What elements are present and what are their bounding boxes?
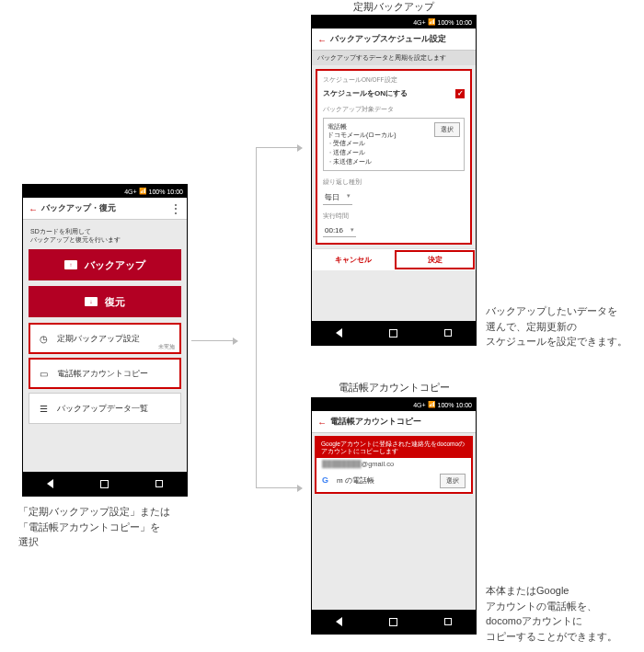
google-account-row[interactable]: G m の電話帳 選択	[316, 470, 471, 492]
nav-recent-icon[interactable]	[444, 618, 452, 625]
cancel-button[interactable]: キャンセル	[312, 249, 394, 270]
nav-home-icon[interactable]	[389, 329, 397, 337]
sd-description: SDカードを利用してバックアップと復元を行います	[30, 227, 181, 244]
wifi-icon: 📶	[139, 188, 147, 195]
appbar: ← バックアップ・復元 ⋮	[23, 198, 187, 220]
repeat-label: 繰り返し種別	[323, 178, 465, 187]
clock-icon: ◷	[37, 332, 50, 345]
copy-caption: 本体またはGoogle アカウントの電話帳を、 docomoアカウントに コピー…	[486, 583, 617, 644]
phone-main: 4G+ 📶 100% 10:00 ← バックアップ・復元 ⋮ SDカードを利用し…	[22, 184, 188, 497]
onoff-label: スケジュールON/OFF設定	[323, 76, 465, 85]
arrow-out	[191, 340, 237, 341]
sched-heading: 定期バックアップ	[311, 0, 477, 14]
statusbar: 4G+ 📶 100% 10:00	[23, 185, 187, 198]
statusbar: 4G+📶 100%10:00	[312, 398, 476, 411]
data-sent: 送信メール	[328, 148, 397, 157]
more-icon[interactable]: ⋮	[170, 202, 181, 215]
contacts-icon: ▭	[37, 367, 50, 380]
back-icon[interactable]: ←	[29, 204, 38, 213]
nav-home-icon[interactable]	[389, 618, 397, 626]
schedule-form: スケジュールON/OFF設定 スケジュールをONにする ✓ バックアップ対象デー…	[316, 69, 472, 245]
data-phonebook: 電話帳	[328, 122, 397, 131]
appbar: ← バックアップスケジュール設定	[312, 29, 476, 51]
target-data-box: 電話帳 ドコモメール(ローカル) 受信メール 送信メール 未送信メール 選択	[323, 118, 465, 171]
vline	[256, 147, 257, 487]
nav-back-icon[interactable]	[336, 328, 342, 337]
dialog-buttons: キャンセル 決定	[312, 248, 476, 270]
scheduled-backup-option[interactable]: ◷ 定期バックアップ設定 未実施	[29, 323, 181, 354]
account-highlight-box: Googleアカウントに登録された連絡先をdocomoのアカウントにコピーします…	[315, 436, 473, 494]
contact-copy-option[interactable]: ▭ 電話帳アカウントコピー	[29, 358, 181, 389]
back-icon[interactable]: ←	[317, 418, 327, 427]
data-docomo-mail: ドコモメール(ローカル)	[328, 131, 397, 139]
page-title: 電話帳アカウントコピー	[330, 416, 470, 428]
backup-data-list-option[interactable]: ☰ バックアップデータ一覧	[29, 393, 181, 424]
repeat-dropdown[interactable]: 毎日	[323, 190, 352, 205]
info-text: バックアップするデータと周期を設定します	[312, 51, 476, 65]
backup-button[interactable]: ↑ バックアップ	[29, 249, 181, 280]
restore-button[interactable]: ↓ 復元	[29, 286, 181, 317]
target-label: バックアップ対象データ	[323, 106, 465, 114]
google-icon: G	[322, 475, 333, 486]
page-title: バックアップスケジュール設定	[330, 33, 470, 45]
phone-copy: 4G+📶 100%10:00 ← 電話帳アカウントコピー Googleアカウント…	[311, 397, 477, 635]
nav-home-icon[interactable]	[100, 480, 109, 488]
list-icon: ☰	[37, 402, 50, 415]
data-unsent: 未送信メール	[328, 157, 397, 166]
sd-up-icon: ↑	[64, 260, 77, 269]
clock: 10:00	[167, 189, 183, 195]
appbar: ← 電話帳アカウントコピー	[312, 411, 476, 433]
arrow-to-sched	[256, 147, 302, 148]
data-recv: 受信メール	[328, 139, 397, 148]
main-caption: 「定期バックアップ設定」または 「電話帳アカウントコピー」を 選択	[18, 504, 170, 550]
sched-caption: バックアップしたいデータを 選んで、定期更新の スケジュールを設定できます。	[486, 303, 627, 349]
ok-button[interactable]: 決定	[394, 249, 476, 270]
arrow-to-copy	[256, 487, 302, 488]
navbar	[23, 472, 187, 496]
phone-schedule: 4G+📶 100%10:00 ← バックアップスケジュール設定 バックアップする…	[311, 15, 477, 346]
schedule-on-row[interactable]: スケジュールをONにする ✓	[323, 88, 465, 98]
time-label: 実行時間	[323, 212, 465, 221]
sd-down-icon: ↓	[85, 297, 98, 306]
page-title: バックアップ・復元	[41, 202, 170, 214]
opt1-status: 未実施	[158, 343, 175, 351]
navbar	[312, 321, 476, 345]
copy-notice: Googleアカウントに登録された連絡先をdocomoのアカウントにコピーします	[316, 438, 471, 458]
checkbox-icon[interactable]: ✓	[455, 89, 465, 98]
select-button[interactable]: 選択	[434, 122, 460, 137]
battery-icon: 100%	[149, 189, 166, 195]
select-button[interactable]: 選択	[440, 474, 466, 488]
signal-icon: 4G+	[124, 189, 136, 195]
time-dropdown[interactable]: 00:16	[323, 224, 356, 237]
nav-recent-icon[interactable]	[155, 480, 163, 487]
back-icon[interactable]: ←	[317, 35, 327, 44]
copy-heading: 電話帳アカウントコピー	[311, 381, 477, 395]
statusbar: 4G+📶 100%10:00	[312, 16, 476, 29]
nav-recent-icon[interactable]	[444, 329, 452, 337]
nav-back-icon[interactable]	[336, 617, 342, 626]
navbar	[312, 610, 476, 634]
email-row: ████████@gmail.co	[316, 458, 471, 470]
nav-back-icon[interactable]	[47, 479, 53, 488]
